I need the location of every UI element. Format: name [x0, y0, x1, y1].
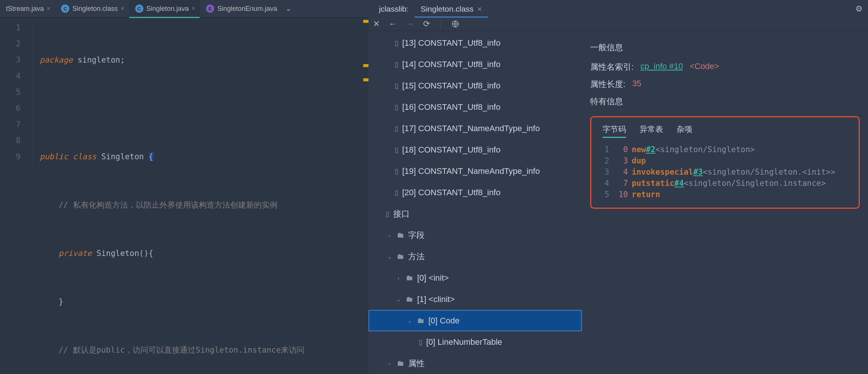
- brace: }: [59, 297, 64, 306]
- cp-link[interactable]: cp_info #10: [640, 61, 683, 73]
- bc-instruction: invokespecial: [632, 166, 693, 178]
- bytecode-line: 23dup: [598, 155, 847, 166]
- chevron-down-icon[interactable]: ⌄: [386, 253, 393, 260]
- close-icon[interactable]: ×: [192, 5, 195, 12]
- line-number: 8: [0, 133, 21, 149]
- close-icon[interactable]: ×: [47, 5, 50, 12]
- title-prefix: jclasslib:: [379, 4, 409, 13]
- tree-item-cp18[interactable]: ▯[18] CONSTANT_Utf8_info: [368, 139, 582, 160]
- file-icon: ▯: [395, 124, 398, 133]
- tab-misc[interactable]: 杂项: [677, 124, 692, 138]
- file-label: Singleton.class: [421, 4, 473, 13]
- tree-label: 字段: [408, 230, 425, 241]
- bc-cp-ref[interactable]: #4: [674, 178, 684, 189]
- keyword: private: [59, 249, 92, 258]
- bc-linenum: 5: [598, 189, 609, 200]
- bc-offset: 0: [616, 144, 628, 155]
- keyword: package: [40, 55, 73, 64]
- tab-label: Singleton.class: [72, 5, 118, 13]
- bytecode-line: 47putstatic #4 <singleton/Singleton.inst…: [598, 178, 847, 189]
- warning-marker[interactable]: [363, 64, 368, 67]
- structure-tree[interactable]: ▯[13] CONSTANT_Utf8_info ▯[14] CONSTANT_…: [368, 31, 582, 374]
- tree-item-init[interactable]: ›🖿[0] <init>: [368, 267, 582, 289]
- bc-linenum: 3: [598, 166, 609, 178]
- back-icon[interactable]: ←: [389, 19, 397, 29]
- keyword: public: [40, 152, 68, 161]
- tree-item-methods[interactable]: ⌄🖿方法: [368, 246, 582, 267]
- close-icon[interactable]: ×: [121, 5, 124, 12]
- tree-item-cp16[interactable]: ▯[16] CONSTANT_Utf8_info: [368, 96, 582, 118]
- folder-icon: 🖿: [406, 295, 413, 304]
- tree-label: [0] <init>: [417, 273, 449, 283]
- file-icon: ▯: [395, 103, 398, 111]
- line-gutter: 1 2 3 4 5 6 7 8 9: [0, 18, 33, 374]
- tab-singleton-java[interactable]: C Singleton.java ×: [129, 0, 200, 18]
- java-file-icon: C: [135, 4, 143, 13]
- gutter-markers: [363, 20, 368, 100]
- forward-icon[interactable]: →: [406, 19, 414, 29]
- tab-singleton-class[interactable]: C Singleton.class ×: [55, 0, 129, 18]
- tree-label: 接口: [393, 208, 410, 220]
- refresh-icon[interactable]: ⟳: [423, 19, 430, 29]
- tree-item-attributes[interactable]: ›🖿属性: [368, 353, 582, 374]
- globe-icon[interactable]: [451, 20, 459, 28]
- specific-heading: 特有信息: [590, 96, 860, 107]
- jclasslib-file-tab[interactable]: Singleton.class ×: [415, 0, 488, 18]
- detail-panel: 一般信息 属性名索引: cp_info #10 <Code> 属性长度: 35 …: [582, 31, 868, 374]
- tab-bytecode[interactable]: 字节码: [603, 124, 626, 138]
- chevron-down-icon[interactable]: ⌄: [395, 296, 402, 303]
- bc-cp-ref[interactable]: #3: [693, 166, 702, 178]
- prop-label: 属性名索引:: [590, 61, 634, 73]
- bytecode-tabs: 字节码 异常表 杂项: [591, 120, 859, 142]
- tree-item-lnt[interactable]: ▯[0] LineNumberTable: [368, 331, 582, 353]
- bc-comment: <singleton/Singleton.<init>>: [703, 166, 835, 178]
- jclasslib-title: jclasslib:: [373, 0, 415, 18]
- close-icon[interactable]: ✕: [373, 19, 380, 29]
- chevron-down-icon[interactable]: ⌄: [406, 317, 413, 324]
- tree-label: [0] Code: [428, 316, 459, 326]
- folder-icon: 🖿: [417, 316, 425, 325]
- tree-item-clinit[interactable]: ⌄🖿[1] <clinit>: [368, 289, 582, 310]
- identifier: singleton: [78, 55, 120, 64]
- tree-item-fields[interactable]: ›🖿字段: [368, 224, 582, 246]
- warning-marker[interactable]: [363, 20, 368, 23]
- bc-cp-ref[interactable]: #2: [646, 144, 655, 155]
- editor-pane: tStream.java × C Singleton.class × C Sin…: [0, 0, 368, 374]
- jclasslib-panel: jclasslib: Singleton.class × ⚙ ✕ ← → ⟳ ▯…: [368, 0, 868, 374]
- chevron-right-icon[interactable]: ›: [386, 360, 393, 367]
- tab-exception-table[interactable]: 异常表: [640, 124, 663, 138]
- editor-tabs: tStream.java × C Singleton.class × C Sin…: [0, 0, 368, 18]
- general-heading: 一般信息: [590, 42, 860, 53]
- code-editor[interactable]: 1 2 3 4 5 6 7 8 9 package singleton; pub…: [0, 18, 368, 374]
- tree-label: [17] CONSTANT_NameAndType_info: [402, 124, 540, 133]
- close-icon[interactable]: ×: [477, 4, 482, 13]
- tab-singleton-enum[interactable]: E SingletonEnum.java: [200, 0, 282, 18]
- tree-item-code[interactable]: ⌄🖿[0] Code: [368, 310, 582, 331]
- file-icon: ▯: [395, 146, 398, 154]
- chevron-right-icon[interactable]: ›: [386, 232, 393, 238]
- warning-marker[interactable]: [363, 78, 368, 81]
- tab-label: Singleton.java: [146, 5, 189, 13]
- tree-item-cp20[interactable]: ▯[20] CONSTANT_Utf8_info: [368, 182, 582, 203]
- tab-tstream[interactable]: tStream.java ×: [0, 0, 55, 18]
- bc-offset: 7: [616, 178, 628, 189]
- tree-item-cp17[interactable]: ▯[17] CONSTANT_NameAndType_info: [368, 118, 582, 139]
- code-body[interactable]: package singleton; public class Singleto…: [33, 18, 368, 374]
- attr-len-row: 属性长度: 35: [590, 79, 860, 90]
- tree-item-cp19[interactable]: ▯[19] CONSTANT_NameAndType_info: [368, 160, 582, 182]
- class-file-icon: C: [61, 4, 69, 13]
- bytecode-listing[interactable]: 10new #2 <singleton/Singleton>23dup34inv…: [591, 142, 859, 200]
- chevron-right-icon[interactable]: ›: [395, 275, 402, 281]
- gear-icon[interactable]: ⚙: [855, 4, 863, 14]
- folder-icon: 🖿: [406, 274, 413, 282]
- tree-item-interfaces[interactable]: ▯接口: [368, 203, 582, 224]
- folder-icon: 🖿: [397, 231, 404, 239]
- line-number: 2: [0, 36, 21, 52]
- chevron-down-icon[interactable]: ⌄: [282, 4, 295, 13]
- file-icon: ▯: [395, 167, 398, 175]
- tree-label: [16] CONSTANT_Utf8_info: [402, 102, 500, 112]
- line-number: 4: [0, 68, 21, 84]
- file-icon: ▯: [386, 210, 389, 218]
- tree-label: [20] CONSTANT_Utf8_info: [402, 188, 500, 197]
- prop-label: 属性长度:: [590, 79, 625, 90]
